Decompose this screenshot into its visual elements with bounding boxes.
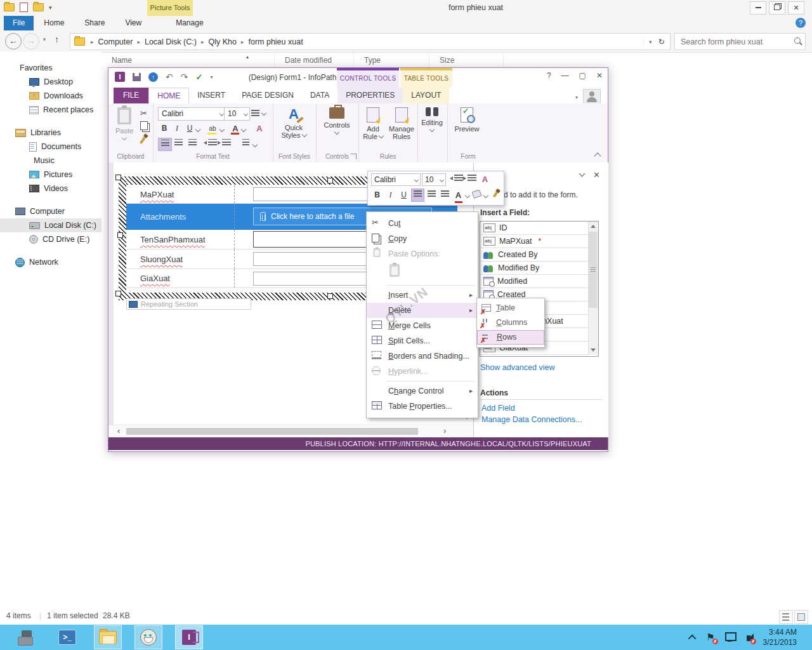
field-item-id[interactable]: ID: [480, 222, 598, 235]
mini-shading-button[interactable]: [471, 189, 483, 201]
pane-close-icon[interactable]: ✕: [593, 170, 600, 180]
tab-manage[interactable]: Manage: [166, 16, 213, 30]
menu-item-split-cells-[interactable]: Split Cells...: [367, 333, 478, 348]
infopath-tab-home[interactable]: HOME: [148, 88, 189, 104]
search-icon[interactable]: [794, 37, 801, 44]
mini-format-painter-icon[interactable]: [489, 189, 501, 201]
sidebar-item-videos[interactable]: Videos: [0, 182, 102, 196]
paste-button[interactable]: Paste: [110, 107, 139, 142]
mini-font-combo[interactable]: Calibri: [371, 173, 421, 186]
redo-icon[interactable]: ↷: [181, 72, 188, 82]
breadcrumb-item[interactable]: form phieu xuat: [246, 37, 305, 46]
taskbar-app-server-manager[interactable]: [13, 625, 41, 649]
mini-clear-formatting-icon[interactable]: A: [479, 173, 491, 185]
mini-underline-button[interactable]: U: [398, 189, 410, 201]
show-hidden-icons-icon[interactable]: [688, 634, 697, 642]
scrollbar-thumb[interactable]: [589, 232, 598, 308]
taskbar-clock[interactable]: 3:44 AM 3/21/2013: [763, 627, 797, 647]
menu-item-paste-options-[interactable]: Paste Options:: [367, 246, 478, 262]
mini-align-center-button[interactable]: [426, 189, 438, 201]
restore-button[interactable]: [769, 1, 785, 15]
bold-button[interactable]: B: [158, 123, 171, 135]
breadcrumb-item[interactable]: Local Disk (C:): [142, 37, 199, 46]
scroll-up-icon[interactable]: [591, 225, 596, 228]
maximize-icon[interactable]: ▢: [579, 71, 586, 80]
menu-item-table-properties-[interactable]: Table Properties...: [367, 399, 478, 414]
font-size-combo[interactable]: 10: [224, 107, 250, 121]
add-field-link[interactable]: Add Field: [481, 404, 515, 413]
action-center-flag-icon[interactable]: ⚑✗: [706, 632, 714, 643]
infopath-tab-insert[interactable]: INSERT: [189, 88, 233, 103]
breadcrumb-item[interactable]: Qly Kho: [206, 37, 239, 46]
decrease-indent-button[interactable]: [206, 138, 219, 150]
align-left-button[interactable]: [158, 138, 172, 151]
taskbar-app-smiley-app[interactable]: [134, 625, 162, 649]
help-icon[interactable]: ?: [547, 71, 551, 80]
user-avatar[interactable]: [583, 89, 601, 104]
fields-scrollbar[interactable]: [588, 222, 598, 355]
text-input-control[interactable]: [253, 252, 379, 266]
paste-option-icon[interactable]: [390, 264, 400, 277]
field-item-mapxuat[interactable]: MaPXuat*: [480, 235, 598, 248]
sidebar-item-downloads[interactable]: Downloads: [0, 89, 102, 103]
search-box[interactable]: [674, 33, 806, 50]
collapse-ribbon-icon[interactable]: [594, 152, 601, 159]
cut-icon[interactable]: ✂: [140, 109, 147, 118]
underline-dropdown-icon[interactable]: [195, 127, 200, 132]
customize-qat-icon[interactable]: ▾: [210, 74, 213, 80]
line-spacing-dropdown-icon[interactable]: [261, 110, 266, 116]
text-input-control[interactable]: [253, 272, 379, 286]
tab-share[interactable]: Share: [74, 16, 115, 30]
help-icon[interactable]: ?: [796, 18, 806, 28]
quick-styles-button[interactable]: A QuickStyles: [279, 106, 308, 139]
breadcrumb-bar[interactable]: ▸Computer▸Local Disk (C:)▸Qly Kho▸form p…: [70, 33, 671, 50]
address-history-icon[interactable]: ▾: [649, 39, 652, 45]
clear-formatting-icon[interactable]: A: [253, 123, 266, 135]
sidebar-group-favorites[interactable]: Favorites: [0, 61, 102, 75]
field-item-modified-by[interactable]: Modified By: [480, 262, 598, 275]
mini-font-color-dropdown-icon[interactable]: [465, 192, 470, 197]
submenu-item-columns[interactable]: Columns: [477, 315, 544, 330]
format-painter-icon[interactable]: [140, 136, 146, 144]
italic-button[interactable]: I: [171, 123, 183, 135]
copy-icon[interactable]: [140, 121, 148, 130]
mini-align-left-button[interactable]: [411, 189, 424, 202]
field-item-modified[interactable]: Modified: [480, 275, 598, 288]
infopath-tab-page-design[interactable]: PAGE DESIGN: [233, 88, 302, 103]
submenu-item-rows[interactable]: Rows: [477, 330, 544, 345]
minimize-button[interactable]: [750, 1, 766, 15]
mini-bold-button[interactable]: B: [371, 189, 383, 201]
increase-indent-button[interactable]: [220, 138, 233, 150]
text-input-control[interactable]: [253, 231, 380, 248]
highlight-color-button[interactable]: ab: [206, 123, 219, 135]
close-button[interactable]: ✕: [788, 1, 804, 15]
undo-icon[interactable]: ↶: [166, 72, 173, 82]
editing-button[interactable]: Editing: [417, 107, 447, 134]
align-center-button[interactable]: [172, 138, 185, 150]
column-header-date-modified[interactable]: Date modified: [275, 53, 354, 68]
details-view-button[interactable]: [779, 610, 793, 624]
folder-icon[interactable]: [33, 3, 44, 11]
highlight-dropdown-icon[interactable]: [219, 127, 225, 132]
infopath-tab-data[interactable]: DATA: [302, 88, 337, 103]
preview-button[interactable]: Preview: [452, 107, 481, 133]
add-rule-button[interactable]: AddRule: [358, 107, 388, 140]
folder-icon[interactable]: [4, 3, 15, 11]
publish-icon[interactable]: ↑: [148, 72, 158, 82]
font-name-combo[interactable]: Calibri: [158, 107, 226, 121]
text-input-control[interactable]: [253, 187, 379, 201]
tab-home[interactable]: Home: [34, 16, 74, 30]
font-color-button[interactable]: A: [229, 123, 242, 135]
qat-dropdown-icon[interactable]: ▾: [49, 4, 52, 11]
align-right-button[interactable]: [186, 138, 199, 150]
tab-view[interactable]: View: [115, 16, 152, 30]
ribbon-options-icon[interactable]: ▾: [575, 95, 578, 100]
sidebar-item-documents[interactable]: Documents: [0, 140, 102, 154]
menu-item-insert[interactable]: Insert▸: [367, 288, 478, 303]
mini-italic-button[interactable]: I: [384, 189, 396, 201]
search-input[interactable]: [679, 34, 790, 49]
sidebar-item-desktop[interactable]: Desktop: [0, 75, 102, 89]
taskbar-app-file-explorer[interactable]: [94, 625, 122, 649]
close-icon[interactable]: ✕: [596, 71, 603, 80]
submenu-item-table[interactable]: Table: [477, 301, 544, 315]
